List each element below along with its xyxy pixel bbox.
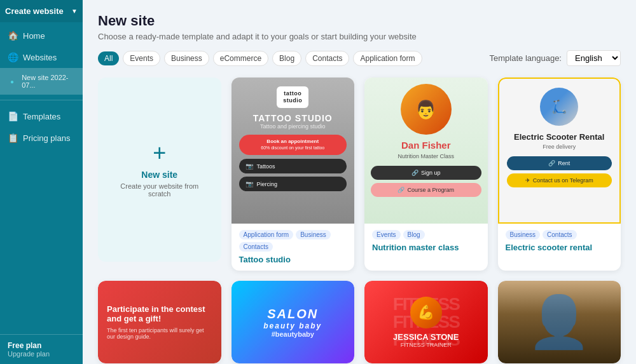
new-site-description: Create your website from scratch xyxy=(99,182,220,198)
beauty-preview: SALON beauty baby #beautybaby xyxy=(232,281,355,363)
scooter-title: Electric Scooter Rental xyxy=(514,132,604,142)
template-card-tattoo[interactable]: tattoostudio TATTOO STUDIO Tattoo and pi… xyxy=(232,78,355,271)
template-card-nutrition[interactable]: 👨 Dan Fisher Nutrition Master Class 🔗 Si… xyxy=(364,78,488,271)
tag-events: Events xyxy=(372,230,401,239)
tattoo-title: TATTOO STUDIO xyxy=(253,113,333,123)
portrait-image: 👤 xyxy=(498,281,621,363)
sidebar-item-websites[interactable]: 🌐 Websites xyxy=(0,46,83,68)
course-label: Course a Program xyxy=(407,187,454,193)
sidebar-item-current-site[interactable]: ● New site 2022-07... xyxy=(0,68,83,95)
tattoo-preview: tattoostudio TATTOO STUDIO Tattoo and pi… xyxy=(232,78,355,224)
new-site-label: New site xyxy=(141,170,177,180)
tag-contacts: Contacts xyxy=(239,242,273,252)
template-card-fitness[interactable]: FITNESSFITNESSFITNESS 💪 JESSICA STONE FI… xyxy=(364,281,488,363)
second-row-templates: Participate in the contest and get a gif… xyxy=(98,281,621,363)
language-dropdown[interactable]: English Spanish French xyxy=(567,50,621,66)
beauty-hashtag: #beautybaby xyxy=(272,330,314,338)
template-grid: + New site Create your website from scra… xyxy=(98,78,621,271)
template-card-scooter[interactable]: 🛴 Electric Scooter Rental Free delivery … xyxy=(498,78,621,271)
create-website-button[interactable]: Create website ▼ xyxy=(0,0,83,22)
page-title: New site xyxy=(98,13,621,29)
contest-title: Participate in the contest and get a gif… xyxy=(107,304,212,323)
nutrition-preview: 👨 Dan Fisher Nutrition Master Class 🔗 Si… xyxy=(364,78,488,224)
template-language-selector: Template language: English Spanish Frenc… xyxy=(490,50,621,66)
sidebar: Create website ▼ 🏠 Home 🌐 Websites ● New… xyxy=(0,0,83,364)
filter-business[interactable]: Business xyxy=(164,51,209,66)
page-subtitle: Choose a ready-made template and adapt i… xyxy=(98,32,621,41)
scooter-rent-button: 🔗 Rent xyxy=(507,156,612,170)
scooter-image: 🛴 xyxy=(540,88,578,126)
signup-label: Sign up xyxy=(421,170,441,176)
nutrition-person-name: Dan Fisher xyxy=(401,140,451,151)
fitness-person-role: FITNESS TRAINER xyxy=(401,342,452,348)
telegram-label: Contact us on Telegram xyxy=(533,177,593,184)
scooter-preview-container: 🛴 Electric Scooter Rental Free delivery … xyxy=(498,78,621,224)
pricing-icon: 📋 xyxy=(8,133,18,143)
template-card-contest[interactable]: Participate in the contest and get a gif… xyxy=(98,281,221,363)
nutrition-card-footer: Events Blog Nutrition master class xyxy=(364,224,488,259)
tag-application-form: Application form xyxy=(239,230,294,239)
tattoo-btn1-label: Tattoos xyxy=(257,163,275,170)
filter-contacts[interactable]: Contacts xyxy=(305,51,349,66)
templates-icon: 📄 xyxy=(8,111,18,121)
filter-events[interactable]: Events xyxy=(123,51,160,66)
nutrition-course-button: 🔗 Course a Program xyxy=(371,183,481,197)
scooter-card-footer: Business Contacts Electric scooter renta… xyxy=(498,224,621,259)
template-language-label: Template language: xyxy=(490,53,562,63)
beauty-baby-text: beauty baby xyxy=(263,321,322,330)
filter-ecommerce[interactable]: eCommerce xyxy=(213,51,268,66)
person-silhouette: 👤 xyxy=(527,297,591,347)
tattoo-btn-piercing: 📷 Piercing xyxy=(239,177,347,191)
nutrition-person-image: 👨 xyxy=(401,84,452,135)
tattoo-cta-button: Book an appointment60% discount on your … xyxy=(239,135,347,156)
nutrition-signup-button: 🔗 Sign up xyxy=(371,166,481,180)
contest-preview: Participate in the contest and get a gif… xyxy=(98,281,221,363)
current-plan: Free plan xyxy=(8,341,75,350)
plus-icon: + xyxy=(153,142,166,165)
scooter-tags: Business Contacts xyxy=(506,230,614,239)
tag-blog: Blog xyxy=(403,230,425,239)
filter-blog[interactable]: Blog xyxy=(272,51,301,66)
main-content: New site Choose a ready-made template an… xyxy=(83,0,636,364)
scooter-subtitle: Free delivery xyxy=(543,144,576,150)
create-website-label: Create website xyxy=(5,6,64,16)
home-icon: 🏠 xyxy=(8,30,18,41)
scooter-template-name: Electric scooter rental xyxy=(506,243,614,252)
sidebar-divider xyxy=(0,100,83,100)
template-card-portrait[interactable]: 👤 xyxy=(498,281,621,363)
sidebar-item-pricing[interactable]: 📋 Pricing plans xyxy=(0,127,83,149)
nutrition-class-label: Nutrition Master Class xyxy=(398,153,454,159)
tattoo-subtitle: Tattoo and piercing studio xyxy=(260,123,326,130)
sidebar-current-site-label: New site 2022-07... xyxy=(22,74,75,89)
globe-icon: 🌐 xyxy=(8,52,18,62)
sidebar-websites-label: Websites xyxy=(23,53,57,62)
beauty-salon-text: SALON xyxy=(267,307,318,321)
instagram-icon: 📷 xyxy=(245,163,253,170)
upgrade-plan-link[interactable]: Upgrade plan xyxy=(8,350,75,358)
instagram-icon-2: 📷 xyxy=(245,180,253,187)
template-card-beauty[interactable]: SALON beauty baby #beautybaby xyxy=(232,281,355,363)
tattoo-logo: tattoostudio xyxy=(277,86,308,108)
nutrition-template-name: Nutrition master class xyxy=(372,243,480,252)
nutrition-tags: Events Blog xyxy=(372,230,480,239)
tattoo-template-name: Tattoo studio xyxy=(239,255,347,264)
sidebar-footer: Free plan Upgrade plan xyxy=(0,334,83,364)
tag-business-2: Business xyxy=(506,230,541,239)
new-site-card[interactable]: + New site Create your website from scra… xyxy=(98,78,221,262)
rent-label: Rent xyxy=(558,160,570,166)
dropdown-arrow-icon: ▼ xyxy=(71,8,78,15)
sidebar-pricing-label: Pricing plans xyxy=(23,133,70,143)
tattoo-card-footer: Application form Business Contacts Tatto… xyxy=(232,224,355,271)
tag-contacts-2: Contacts xyxy=(543,230,576,239)
tattoo-btn-tattoos: 📷 Tattoos xyxy=(239,159,347,173)
sidebar-item-home[interactable]: 🏠 Home xyxy=(0,25,83,46)
tattoo-btn2-label: Piercing xyxy=(257,181,278,187)
sidebar-home-label: Home xyxy=(23,31,45,41)
filter-application-form[interactable]: Application form xyxy=(353,51,422,66)
filter-bar: All Events Business eCommerce Blog Conta… xyxy=(98,50,621,66)
sidebar-item-templates[interactable]: 📄 Templates xyxy=(0,105,83,127)
filter-all[interactable]: All xyxy=(98,51,119,65)
contest-subtitle: The first ten participants will surely g… xyxy=(107,327,212,340)
sidebar-nav: 🏠 Home 🌐 Websites ● New site 2022-07... … xyxy=(0,22,83,334)
portrait-preview: 👤 xyxy=(498,281,621,363)
